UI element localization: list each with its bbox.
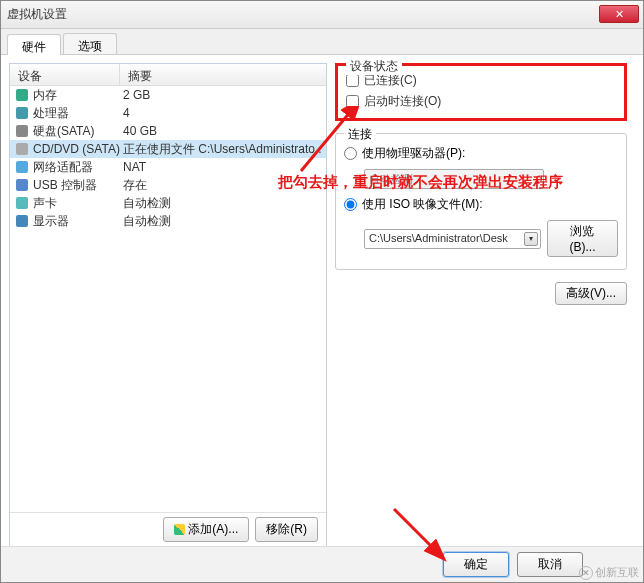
device-list-panel: 设备 摘要 内存2 GB 处理器4 硬盘(SATA)40 GB CD/DVD (… [9, 63, 327, 547]
tab-strip: 硬件 选项 [1, 29, 643, 55]
chevron-down-icon[interactable]: ▾ [524, 232, 538, 246]
iso-path-row: C:\Users\Administrator\Desk ▾ 浏览(B)... [344, 216, 618, 261]
sound-icon [14, 196, 30, 210]
titlebar: 虚拟机设置 ✕ [1, 1, 643, 29]
svg-line-0 [301, 111, 351, 171]
shield-icon [174, 524, 185, 535]
add-button[interactable]: 添加(A)... [163, 517, 249, 542]
col-device: 设备 [10, 64, 120, 85]
network-icon [14, 160, 30, 174]
usb-icon [14, 178, 30, 192]
list-item[interactable]: 显示器自动检测 [10, 212, 326, 230]
list-item[interactable]: 内存2 GB [10, 86, 326, 104]
radio-physical-row: 使用物理驱动器(P): [344, 142, 618, 165]
watermark-text: 创新互联 [595, 565, 639, 580]
list-item[interactable]: 处理器4 [10, 104, 326, 122]
close-button[interactable]: ✕ [599, 5, 639, 23]
group-title: 设备状态 [346, 58, 402, 75]
iso-path-select[interactable]: C:\Users\Administrator\Desk ▾ [364, 229, 541, 249]
checkbox-connect-at-power-row: 启动时连接(O) [346, 91, 616, 112]
connection-group: 连接 使用物理驱动器(P): 自动检测 使用 ISO 映像文件(M): C:\U… [335, 133, 627, 270]
device-list: 内存2 GB 处理器4 硬盘(SATA)40 GB CD/DVD (SATA)正… [10, 86, 326, 512]
watermark: ✕ 创新互联 [579, 565, 639, 580]
checkbox-connected[interactable] [346, 74, 359, 87]
radio-iso-label: 使用 ISO 映像文件(M): [362, 196, 483, 213]
watermark-icon: ✕ [579, 566, 593, 580]
advanced-row: 高级(V)... [335, 282, 627, 305]
advanced-button[interactable]: 高级(V)... [555, 282, 627, 305]
window-title: 虚拟机设置 [7, 6, 67, 23]
list-header: 设备 摘要 [10, 64, 326, 86]
radio-iso-row: 使用 ISO 映像文件(M): [344, 193, 618, 216]
device-status-group: 设备状态 已连接(C) 启动时连接(O) [335, 63, 627, 121]
radio-iso[interactable] [344, 198, 357, 211]
radio-physical-label: 使用物理驱动器(P): [362, 145, 465, 162]
cpu-icon [14, 106, 30, 120]
tab-hardware[interactable]: 硬件 [7, 34, 61, 55]
hdd-icon [14, 124, 30, 138]
ok-button[interactable]: 确定 [443, 552, 509, 577]
bottom-bar: 确定 取消 [1, 546, 643, 582]
settings-window: 虚拟机设置 ✕ 硬件 选项 设备 摘要 内存2 GB 处理器4 硬盘(SATA)… [0, 0, 644, 583]
list-item[interactable]: 硬盘(SATA)40 GB [10, 122, 326, 140]
cd-icon [14, 142, 30, 156]
svg-line-1 [394, 509, 434, 549]
list-item[interactable]: CD/DVD (SATA)正在使用文件 C:\Users\Administrat… [10, 140, 326, 158]
list-item[interactable]: 声卡自动检测 [10, 194, 326, 212]
annotation-text: 把勾去掉，重启时就不会再次弹出安装程序 [278, 173, 563, 192]
display-icon [14, 214, 30, 228]
cancel-button[interactable]: 取消 [517, 552, 583, 577]
arrow-icon [389, 504, 449, 564]
tab-options[interactable]: 选项 [63, 33, 117, 54]
list-footer: 添加(A)... 移除(R) [10, 512, 326, 546]
arrow-icon [296, 106, 376, 176]
memory-icon [14, 88, 30, 102]
col-summary: 摘要 [120, 64, 326, 85]
remove-button[interactable]: 移除(R) [255, 517, 318, 542]
browse-button[interactable]: 浏览(B)... [547, 220, 618, 257]
